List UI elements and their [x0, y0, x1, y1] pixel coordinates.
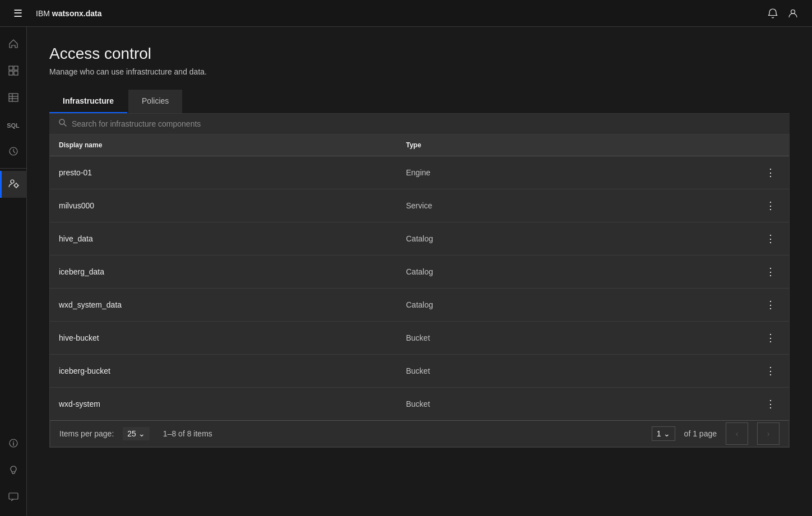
cell-actions: ⋮ [753, 197, 780, 214]
cell-type: Catalog [406, 300, 754, 309]
access-control-icon [8, 178, 19, 192]
hamburger-button[interactable]: ☰ [9, 3, 27, 24]
catalog-icon [8, 65, 19, 79]
cell-actions: ⋮ [753, 230, 780, 247]
chevron-down-icon: ⌄ [138, 429, 145, 438]
page-chevron-down-icon: ⌄ [663, 429, 670, 438]
sidebar-item-catalog[interactable] [0, 58, 27, 85]
overflow-menu-button[interactable]: ⋮ [761, 296, 780, 313]
home-icon [8, 38, 19, 52]
table-row[interactable]: iceberg_data Catalog ⋮ [50, 255, 789, 289]
svg-rect-5 [9, 94, 18, 101]
items-per-page-value: 25 [127, 429, 136, 438]
cell-type: Engine [406, 168, 754, 177]
cell-type: Bucket [406, 399, 754, 408]
svg-point-11 [15, 184, 18, 187]
svg-point-18 [13, 440, 14, 441]
sql-icon: SQL [7, 122, 20, 129]
sidebar-item-home[interactable] [0, 31, 27, 58]
svg-rect-19 [9, 493, 18, 499]
of-page-text: of 1 page [684, 429, 717, 438]
table-row[interactable]: wxd_system_data Catalog ⋮ [50, 289, 789, 322]
page-title: Access control [49, 45, 790, 63]
col-header-name: Display name [59, 141, 406, 149]
items-per-page-label: Items per page: [59, 429, 114, 438]
table-body: presto-01 Engine ⋮ milvus000 Service ⋮ h… [50, 156, 789, 420]
sidebar-divider [0, 168, 26, 169]
table-header: Display name Type [50, 134, 789, 156]
cell-actions: ⋮ [753, 396, 780, 412]
table-row[interactable]: milvus000 Service ⋮ [50, 189, 789, 222]
top-nav: ☰ IBM watsonx.data [0, 0, 812, 27]
table-row[interactable]: presto-01 Engine ⋮ [50, 156, 789, 189]
overflow-menu-button[interactable]: ⋮ [761, 362, 780, 379]
col-header-actions [753, 141, 780, 149]
prev-page-button[interactable]: ‹ [726, 422, 748, 445]
pagination: Items per page: 25 ⌄ 1–8 of 8 items 1 ⌄ … [50, 420, 789, 447]
cell-type: Catalog [406, 234, 754, 243]
table-row[interactable]: hive_data Catalog ⋮ [50, 222, 789, 255]
tab-infrastructure[interactable]: Infrastructure [49, 90, 127, 113]
svg-rect-1 [9, 66, 13, 70]
search-bar [49, 114, 790, 134]
page-subtitle: Manage who can use infrastructure and da… [49, 67, 790, 76]
user-profile-button[interactable] [783, 3, 803, 24]
sidebar-item-info[interactable] [0, 431, 27, 458]
sidebar-item-access[interactable] [0, 171, 27, 198]
info-icon [8, 438, 19, 452]
sidebar-item-chat[interactable] [0, 485, 27, 512]
sidebar-item-table[interactable] [0, 85, 27, 112]
history-icon [8, 146, 19, 160]
cell-display-name: iceberg_data [59, 267, 406, 276]
col-header-type: Type [406, 141, 754, 149]
cell-actions: ⋮ [753, 362, 780, 379]
next-page-button[interactable]: › [757, 422, 779, 445]
svg-point-10 [11, 180, 14, 183]
cell-type: Service [406, 201, 754, 210]
tab-policies[interactable]: Policies [128, 90, 182, 113]
cell-display-name: milvus000 [59, 201, 406, 210]
brand-bold: watsonx.data [52, 9, 102, 18]
brand-label: IBM watsonx.data [36, 9, 101, 18]
cell-display-name: hive_data [59, 234, 406, 243]
sidebar: SQL [0, 27, 27, 516]
overflow-menu-button[interactable]: ⋮ [761, 164, 780, 181]
overflow-menu-button[interactable]: ⋮ [761, 329, 780, 346]
sidebar-item-history[interactable] [0, 139, 27, 166]
cell-type: Bucket [406, 333, 754, 342]
infrastructure-table: Display name Type presto-01 Engine ⋮ mil… [49, 134, 790, 448]
cell-display-name: wxd-system [59, 399, 406, 408]
page-select[interactable]: 1 ⌄ [652, 426, 675, 441]
cell-actions: ⋮ [753, 164, 780, 181]
search-icon [58, 118, 67, 129]
cell-actions: ⋮ [753, 296, 780, 313]
main-content: Access control Manage who can use infras… [27, 27, 812, 516]
cell-type: Catalog [406, 267, 754, 276]
table-icon [8, 92, 19, 106]
svg-line-21 [64, 124, 66, 126]
svg-rect-4 [14, 71, 18, 75]
sidebar-item-sql[interactable]: SQL [0, 112, 27, 139]
chat-icon [8, 491, 19, 505]
table-row[interactable]: wxd-system Bucket ⋮ [50, 388, 789, 420]
cell-display-name: iceberg-bucket [59, 366, 406, 375]
search-input[interactable] [72, 119, 781, 128]
sidebar-item-lightbulb[interactable] [0, 458, 27, 485]
cell-actions: ⋮ [753, 263, 780, 280]
table-row[interactable]: hive-bucket Bucket ⋮ [50, 322, 789, 355]
current-page-value: 1 [657, 429, 661, 438]
table-row[interactable]: iceberg-bucket Bucket ⋮ [50, 355, 789, 388]
cell-display-name: hive-bucket [59, 333, 406, 342]
overflow-menu-button[interactable]: ⋮ [761, 263, 780, 280]
notification-button[interactable] [763, 3, 783, 24]
tab-bar: Infrastructure Policies [49, 90, 790, 114]
items-per-page-select[interactable]: 25 ⌄ [123, 427, 150, 440]
overflow-menu-button[interactable]: ⋮ [761, 396, 780, 412]
range-text: 1–8 of 8 items [163, 429, 212, 438]
svg-rect-3 [9, 71, 13, 75]
overflow-menu-button[interactable]: ⋮ [761, 230, 780, 247]
svg-rect-2 [14, 66, 18, 70]
cell-type: Bucket [406, 366, 754, 375]
overflow-menu-button[interactable]: ⋮ [761, 197, 780, 214]
cell-actions: ⋮ [753, 329, 780, 346]
